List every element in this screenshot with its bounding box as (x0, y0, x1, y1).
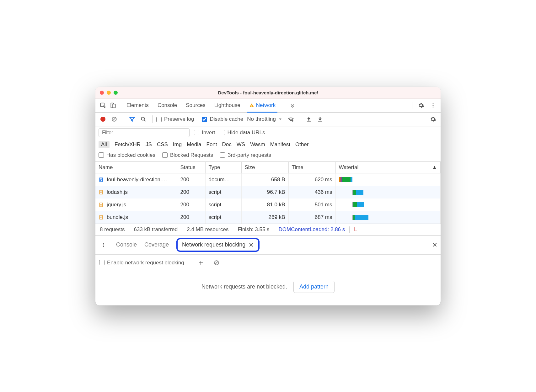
request-size: 269 kB (241, 211, 288, 224)
warning-icon (249, 103, 254, 108)
request-time: 436 ms (288, 186, 335, 199)
third-party-checkbox[interactable]: 3rd-party requests (220, 152, 271, 158)
clear-icon[interactable] (109, 114, 119, 124)
blocked-requests-checkbox[interactable]: Blocked Requests (162, 152, 213, 158)
tab-sources[interactable]: Sources (186, 99, 205, 112)
record-button[interactable] (98, 114, 108, 124)
col-waterfall[interactable]: Waterfall ▲ (335, 162, 441, 173)
upload-har-icon[interactable] (304, 114, 314, 124)
add-pattern-button[interactable]: Add pattern (293, 281, 335, 293)
filter-css[interactable]: CSS (157, 141, 168, 148)
disable-cache-checkbox[interactable]: Disable cache (202, 116, 243, 122)
drawer-tab-coverage[interactable]: Coverage (144, 241, 169, 248)
filter-ws[interactable]: WS (237, 141, 245, 148)
network-conditions-icon[interactable] (286, 114, 296, 124)
download-har-icon[interactable] (315, 114, 325, 124)
filter-other[interactable]: Other (295, 141, 309, 148)
request-type: docum… (205, 173, 241, 186)
devtools-window: DevTools - foul-heavenly-direction.glitc… (95, 87, 441, 305)
inspect-element-icon[interactable] (98, 100, 108, 110)
close-tab-icon[interactable]: ✕ (249, 241, 254, 249)
request-waterfall (335, 211, 441, 224)
request-status: 200 (177, 173, 205, 186)
svg-rect-4 (251, 106, 252, 107)
col-status[interactable]: Status (177, 162, 205, 173)
col-type[interactable]: Type (205, 162, 241, 173)
tab-lighthouse[interactable]: Lighthouse (214, 99, 240, 112)
resource-type-filters: All Fetch/XHR JS CSS Img Media Font Doc … (95, 139, 441, 150)
chevron-down-icon (278, 117, 282, 121)
svg-point-23 (103, 244, 104, 245)
request-type: script (205, 199, 241, 211)
filter-img[interactable]: Img (173, 141, 182, 148)
filter-manifest[interactable]: Manifest (270, 141, 290, 148)
device-toolbar-icon[interactable] (108, 100, 118, 110)
filter-all[interactable]: All (99, 141, 110, 148)
svg-point-6 (433, 105, 434, 106)
summary-requests: 8 requests (100, 226, 129, 233)
drawer-tab-network-request-blocking[interactable]: Network request blocking ✕ (176, 238, 260, 252)
table-row[interactable]: jquery.js200script81.0 kB501 ms (95, 199, 441, 211)
col-size[interactable]: Size (241, 162, 288, 173)
col-time[interactable]: Time (288, 162, 335, 173)
summary-load: L (350, 226, 361, 233)
filter-doc[interactable]: Doc (222, 141, 232, 148)
svg-line-11 (144, 120, 146, 121)
filter-fetch-xhr[interactable]: Fetch/XHR (115, 141, 141, 148)
network-table: Name Status Type Size Time Waterfall ▲ f… (95, 162, 441, 224)
close-drawer-icon[interactable]: ✕ (432, 241, 437, 249)
svg-point-22 (103, 243, 104, 244)
summary-resources: 2.4 MB resources (182, 226, 233, 233)
svg-line-9 (113, 118, 116, 121)
drawer-tab-console[interactable]: Console (116, 241, 137, 248)
filter-media[interactable]: Media (187, 141, 201, 148)
drawer-menu-icon[interactable] (99, 240, 109, 250)
network-settings-icon[interactable] (428, 114, 438, 124)
blocking-message: Network requests are not blocked. (201, 283, 287, 290)
table-row[interactable]: foul-heavenly-direction.…200docum…658 B6… (95, 173, 441, 186)
request-waterfall (335, 199, 441, 211)
filter-js[interactable]: JS (146, 141, 152, 148)
request-type: script (205, 186, 241, 199)
main-tabs: Elements Console Sources Lighthouse Netw… (95, 99, 441, 113)
titlebar: DevTools - foul-heavenly-direction.glitc… (95, 87, 441, 99)
invert-checkbox[interactable]: Invert (194, 130, 215, 136)
request-size: 96.7 kB (241, 186, 288, 199)
filter-input[interactable] (99, 128, 190, 137)
request-size: 81.0 kB (241, 199, 288, 211)
network-summary: 8 requests 633 kB transferred 2.4 MB res… (95, 224, 441, 236)
svg-point-7 (433, 107, 434, 108)
throttling-select[interactable]: No throttling (244, 116, 285, 122)
filter-icon[interactable] (127, 114, 137, 124)
summary-finish: Finish: 3.55 s (233, 226, 274, 233)
settings-icon[interactable] (416, 100, 426, 110)
kebab-menu-icon[interactable] (428, 100, 438, 110)
request-name: foul-heavenly-direction.… (107, 177, 167, 183)
tab-console[interactable]: Console (158, 99, 177, 112)
search-icon[interactable] (138, 114, 148, 124)
svg-rect-2 (113, 104, 115, 108)
enable-blocking-checkbox[interactable]: Enable network request blocking (99, 260, 184, 266)
request-status: 200 (177, 186, 205, 199)
tab-elements[interactable]: Elements (126, 99, 149, 112)
request-waterfall (335, 173, 441, 186)
drawer-tabs: Console Coverage Network request blockin… (95, 236, 441, 255)
svg-rect-3 (251, 105, 252, 106)
add-pattern-icon[interactable] (196, 258, 206, 268)
filter-wasm[interactable]: Wasm (250, 141, 265, 148)
remove-all-patterns-icon[interactable] (212, 258, 222, 268)
tab-network[interactable]: Network (249, 99, 276, 112)
request-name: bundle.js (107, 214, 128, 220)
preserve-log-checkbox[interactable]: Preserve log (156, 116, 194, 122)
col-name[interactable]: Name (95, 162, 177, 173)
request-size: 658 B (241, 173, 288, 186)
network-toolbar: Preserve log Disable cache No throttling (95, 113, 441, 126)
request-time: 501 ms (288, 199, 335, 211)
filter-font[interactable]: Font (206, 141, 217, 148)
more-tabs-icon[interactable] (287, 100, 297, 110)
has-blocked-cookies-checkbox[interactable]: Has blocked cookies (99, 152, 155, 158)
request-time: 620 ms (288, 173, 335, 186)
table-row[interactable]: bundle.js200script269 kB687 ms (95, 211, 441, 224)
hide-data-urls-checkbox[interactable]: Hide data URLs (220, 130, 265, 136)
table-row[interactable]: lodash.js200script96.7 kB436 ms (95, 186, 441, 199)
